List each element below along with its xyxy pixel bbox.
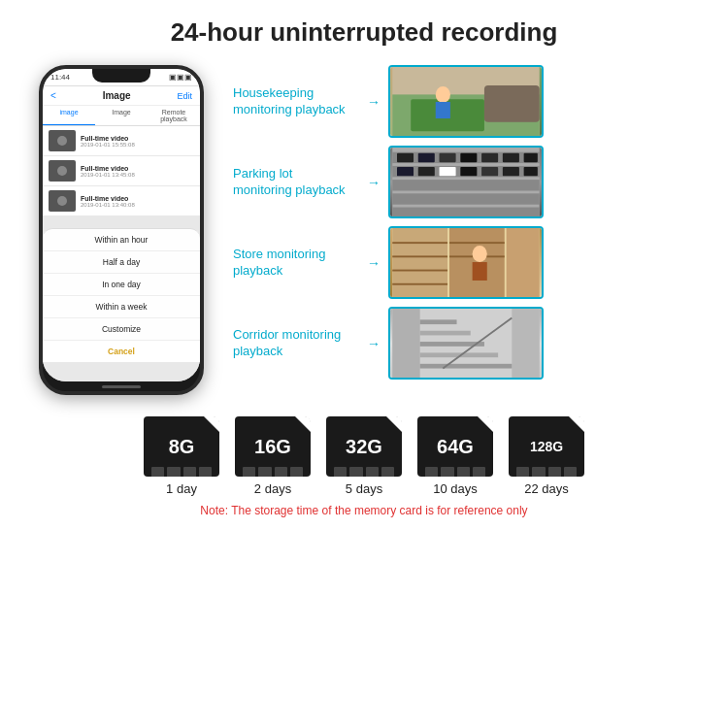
phone-time: 11:44 — [50, 73, 70, 82]
svg-rect-39 — [392, 309, 419, 378]
svg-rect-25 — [524, 167, 538, 176]
svg-rect-40 — [512, 309, 539, 378]
arrow-corridor: → — [367, 336, 381, 351]
svg-rect-29 — [507, 228, 540, 297]
svg-rect-17 — [503, 153, 519, 162]
notch-bar — [441, 467, 453, 477]
notch-bar — [258, 467, 271, 477]
monitoring-image-corridor — [388, 307, 544, 380]
svg-rect-13 — [418, 153, 435, 162]
video-label-3: Full-time video — [81, 195, 135, 202]
phone-home-bar — [43, 381, 200, 391]
svg-rect-41 — [420, 364, 513, 369]
monitoring-item-parking: Parking lotmonitoring playback → — [233, 146, 709, 218]
video-date-1: 2019-01-01 15:55:08 — [81, 142, 135, 148]
sd-card-label-8g: 8G — [169, 436, 195, 458]
memory-days-64g: 10 days — [433, 481, 478, 496]
video-thumb-3 — [49, 190, 76, 212]
video-thumb-1 — [49, 130, 76, 151]
sd-card-128g: 128G — [509, 416, 584, 477]
notch-bar — [425, 467, 438, 477]
notch-bar — [334, 467, 347, 477]
memory-days-8g: 1 day — [166, 481, 197, 496]
monitoring-image-housekeeping — [388, 65, 544, 138]
video-item-1[interactable]: Full-time video 2019-01-01 15:55:08 — [43, 126, 200, 155]
phone-dropdown: Within an hour Half a day In one day Wit… — [43, 228, 200, 362]
notch-bar — [349, 467, 362, 477]
svg-rect-11 — [392, 208, 539, 216]
video-item-3[interactable]: Full-time video 2019-01-01 13:40:08 — [43, 186, 200, 215]
play-icon-2 — [57, 166, 67, 176]
video-info-3: Full-time video 2019-01-01 13:40:08 — [81, 195, 135, 208]
memory-card-128g: 128G 22 days — [509, 416, 584, 496]
svg-rect-45 — [420, 319, 457, 324]
monitoring-label-corridor: Corridor monitoringplayback — [233, 327, 359, 360]
parking-photo — [390, 148, 542, 216]
phone-edit-button[interactable]: Edit — [177, 91, 192, 101]
memory-card-16g: 16G 2 days — [235, 416, 311, 496]
notch-bar — [275, 467, 287, 477]
svg-rect-14 — [440, 153, 456, 162]
notch-bar — [290, 467, 303, 477]
monitoring-label-housekeeping: Housekeepingmonitoring playback — [233, 85, 359, 118]
tab-remote-playback[interactable]: Remote playback — [148, 106, 200, 125]
notch-bar — [199, 467, 212, 477]
sd-card-8g: 8G — [144, 416, 219, 477]
monitoring-item-housekeeping: Housekeepingmonitoring playback → — [233, 65, 709, 138]
notch-bar — [564, 467, 577, 477]
dropdown-cancel-button[interactable]: Cancel — [43, 341, 200, 362]
svg-rect-4 — [436, 102, 450, 118]
play-icon — [57, 136, 67, 146]
corridor-photo — [390, 309, 542, 378]
memory-card-8g: 8G 1 day — [144, 416, 219, 496]
phone-header: < Image Edit — [43, 86, 200, 106]
phone-tabs: image Image Remote playback — [43, 106, 200, 126]
sd-card-label-128g: 128G — [530, 439, 563, 454]
video-info-2: Full-time video 2019-01-01 13:45:08 — [81, 165, 135, 178]
sd-card-16g: 16G — [235, 416, 311, 477]
svg-point-3 — [436, 86, 450, 103]
svg-rect-31 — [392, 255, 447, 257]
memory-cards-row: 8G 1 day 16G — [144, 416, 584, 496]
memory-card-32g: 32G 5 days — [326, 416, 402, 496]
phone-notch — [92, 69, 150, 83]
arrow-housekeeping: → — [367, 94, 381, 110]
arrow-parking: → — [367, 175, 381, 190]
monitoring-item-store: Store monitoringplayback → — [233, 226, 709, 299]
sd-card-notch-8g — [151, 467, 212, 477]
memory-card-64g: 64G 10 days — [417, 416, 493, 496]
video-info-1: Full-time video 2019-01-01 15:55:08 — [81, 135, 135, 148]
arrow-store: → — [367, 255, 381, 271]
tab-image[interactable]: image — [43, 106, 95, 125]
phone-mockup: 11:44 ▣▣▣ < Image Edit image Image Remot… — [19, 65, 223, 395]
monitoring-section: Housekeepingmonitoring playback → — [223, 65, 709, 395]
dropdown-in-one-day[interactable]: In one day — [43, 274, 200, 296]
notch-bar — [366, 467, 379, 477]
dropdown-within-hour[interactable]: Within an hour — [43, 229, 200, 251]
notch-bar — [167, 467, 180, 477]
sd-card-notch-128g — [516, 467, 577, 477]
notch-bar — [243, 467, 255, 477]
tab-image2[interactable]: Image — [95, 106, 148, 125]
svg-rect-37 — [473, 262, 487, 281]
middle-section: 11:44 ▣▣▣ < Image Edit image Image Remot… — [19, 65, 709, 395]
memory-section: 8G 1 day 16G — [19, 416, 709, 517]
dropdown-within-week[interactable]: Within a week — [43, 296, 200, 318]
video-item-2[interactable]: Full-time video 2019-01-01 13:45:08 — [43, 156, 200, 185]
sd-card-notch-64g — [425, 467, 485, 477]
monitoring-label-store: Store monitoringplayback — [233, 247, 359, 280]
sd-card-label-16g: 16G — [254, 436, 291, 458]
dropdown-half-day[interactable]: Half a day — [43, 251, 200, 274]
page-title: 24-hour uninterrupted recording — [171, 17, 558, 48]
sd-card-label-32g: 32G — [346, 436, 382, 458]
notch-bar — [516, 467, 529, 477]
notch-bar — [473, 467, 485, 477]
phone-back-button[interactable]: < — [50, 90, 56, 101]
dropdown-customize[interactable]: Customize — [43, 318, 200, 341]
storage-note: Note: The storage time of the memory car… — [200, 504, 527, 517]
memory-days-128g: 22 days — [524, 481, 569, 496]
video-date-3: 2019-01-01 13:40:08 — [81, 202, 135, 208]
notch-bar — [548, 467, 561, 477]
video-label-1: Full-time video — [81, 135, 135, 142]
video-thumb-2 — [49, 160, 76, 182]
